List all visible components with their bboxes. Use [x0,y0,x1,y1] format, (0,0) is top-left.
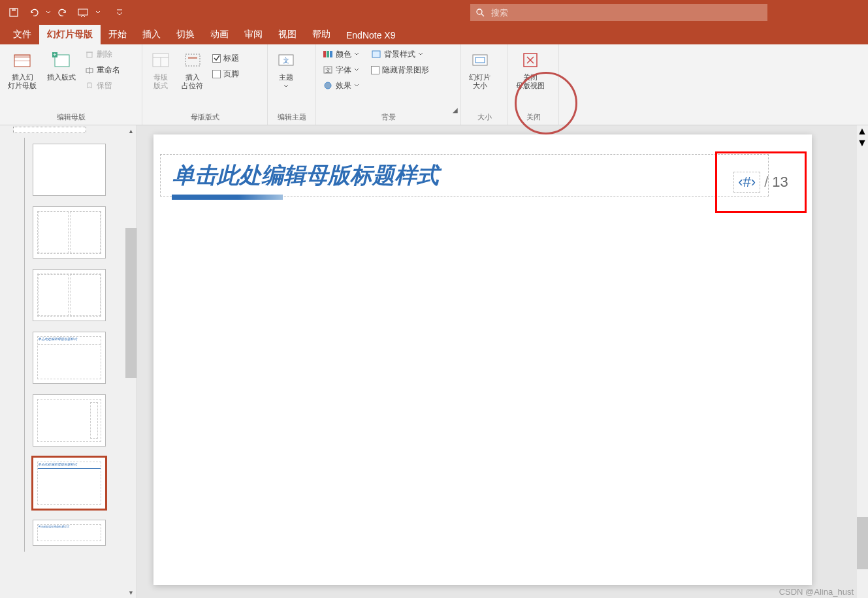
title-underline [172,195,283,200]
insert-layout-label: 插入版式 [47,73,76,82]
theme-button[interactable]: 文 主题 [272,47,300,91]
preserve-button[interactable]: 保留 [82,78,123,93]
scroll-down-arrow[interactable]: ▼ [125,587,137,598]
scroll-up-arrow[interactable]: ▲ [857,125,868,137]
watermark: CSDN @Alina_hust [779,587,854,597]
insert-slide-master-label: 插入幻 灯片母版 [8,73,37,90]
tab-slide-master[interactable]: 幻灯片母版 [39,25,101,44]
thumbnail-layout-selected[interactable]: 单击此处编辑母版标题样式 [33,457,106,509]
undo-button[interactable] [25,4,42,21]
fonts-label: 字体 [336,65,351,76]
tab-file[interactable]: 文件 [5,25,39,44]
svg-line-5 [481,14,484,16]
tab-endnote[interactable]: EndNote X9 [338,26,404,44]
undo-dropdown[interactable] [44,4,52,21]
tab-transitions[interactable]: 切换 [169,25,202,44]
tab-animations[interactable]: 动画 [202,25,236,44]
slide-scrollbar[interactable]: ▲ ▼ [857,125,868,598]
effects-icon [323,81,333,90]
save-button[interactable] [5,4,22,21]
colors-icon [323,50,333,59]
hide-bg-checkbox[interactable]: 隐藏背景图形 [368,63,432,77]
chevron-down-icon [354,52,359,56]
group-size-label: 大小 [465,111,504,123]
svg-rect-31 [475,57,485,63]
svg-point-28 [325,82,331,89]
title-placeholder-text: 单击此处编辑母版标题样式 [172,161,439,191]
svg-rect-1 [12,8,16,11]
bg-styles-button[interactable]: 背景样式 [368,47,432,61]
group-edit-theme-label: 编辑主题 [272,111,312,123]
svg-rect-12 [87,52,92,57]
ribbon-tabs: 文件 幻灯片母版 开始 插入 切换 动画 审阅 视图 帮助 EndNote X9 [0,25,868,44]
rename-button[interactable]: 重命名 [82,63,123,77]
redo-button[interactable] [55,4,72,21]
group-edit-theme: 文 主题 编辑主题 [268,44,316,125]
search-box[interactable] [470,4,767,21]
svg-rect-29 [372,51,380,57]
tab-insert[interactable]: 插入 [135,25,169,44]
theme-icon: 文 [276,50,297,71]
effects-label: 效果 [336,80,351,91]
qat-customize[interactable] [111,4,128,21]
delete-label: 删除 [97,49,112,60]
thumbnail-scrollbar[interactable]: ▲ ▼ [125,125,137,598]
thumbnail-master[interactable] [13,127,86,133]
insert-layout-button[interactable]: + 插入版式 [43,47,80,84]
master-layout-label: 母版 版式 [153,73,168,90]
page-number-placeholder[interactable]: ‹#› [733,172,760,193]
tab-home[interactable]: 开始 [101,25,135,44]
colors-button[interactable]: 颜色 [320,47,362,61]
thumbnail-layout[interactable] [33,394,106,447]
group-edit-master: 插入幻 灯片母版 + 插入版式 删除 重命名 保留 编辑母版 [0,44,142,125]
tab-review[interactable]: 审阅 [236,25,270,44]
delete-icon [85,50,94,59]
effects-button[interactable]: 效果 [320,78,362,93]
fonts-button[interactable]: 文字体 [320,63,362,77]
group-background-label: 背景 [320,111,457,123]
svg-rect-20 [188,57,197,59]
close-master-button[interactable]: 关闭 母版视图 [512,47,549,93]
group-master-layout-label: 母版版式 [146,111,263,123]
colors-label: 颜色 [336,49,351,60]
svg-rect-25 [330,51,332,57]
ribbon: 插入幻 灯片母版 + 插入版式 删除 重命名 保留 编辑母版 母版 版式 插入 … [0,44,868,125]
slide-size-button[interactable]: 幻灯片 大小 [465,47,494,93]
group-close-label: 关闭 [512,111,555,123]
thumbnail-layout[interactable] [33,144,106,196]
insert-placeholder-label: 插入 占位符 [182,73,203,90]
bg-styles-label: 背景样式 [384,49,415,60]
slideshow-dropdown[interactable] [94,4,102,21]
title-bar [0,0,868,25]
background-dialog-launcher[interactable]: ◢ [453,106,458,114]
chevron-down-icon [354,84,359,87]
master-layout-button[interactable]: 母版 版式 [146,47,175,93]
thumbnail-layout[interactable]: 单击此处编辑母版标题样式 [33,332,106,384]
scroll-up-arrow[interactable]: ▲ [125,125,137,136]
svg-rect-7 [14,55,30,58]
layout-icon: + [51,50,72,71]
tab-help[interactable]: 帮助 [304,25,338,44]
title-placeholder[interactable]: 单击此处编辑母版标题样式 [160,154,769,197]
slideshow-button[interactable] [74,4,91,21]
thumbnail-layout[interactable] [33,269,106,321]
insert-slide-master-button[interactable]: 插入幻 灯片母版 [4,47,40,93]
svg-text:+: + [53,52,56,58]
chevron-down-icon [354,68,359,72]
scroll-down-arrow[interactable]: ▼ [857,137,868,149]
thumbnail-layout[interactable] [33,206,106,259]
tab-view[interactable]: 视图 [270,25,304,44]
scrollbar-handle[interactable] [857,517,868,569]
slide-size-label: 幻灯片 大小 [469,73,490,90]
thumbnail-layout[interactable]: 单击此处编辑母版标题样式 [33,520,106,546]
slide-canvas[interactable]: 单击此处编辑母版标题样式 ‹#› / 13 [153,134,812,585]
insert-placeholder-button[interactable]: 插入 占位符 [178,47,207,93]
preserve-label: 保留 [97,80,112,91]
footer-checkbox[interactable]: 页脚 [210,67,242,81]
title-checkbox[interactable]: 标题 [210,51,242,65]
scrollbar-handle[interactable] [125,228,137,378]
delete-button[interactable]: 删除 [82,47,123,61]
svg-point-4 [477,9,482,14]
svg-rect-23 [323,51,326,57]
search-input[interactable] [491,8,762,18]
